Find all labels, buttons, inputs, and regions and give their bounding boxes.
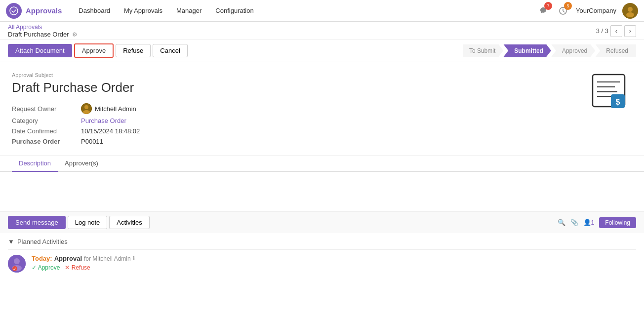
- app-logo: [6, 3, 22, 19]
- form-title: Draft Purchase Order: [12, 80, 632, 95]
- page-title: Draft Purchase Order: [8, 31, 69, 38]
- activity-refuse-btn[interactable]: ✕ Refuse: [65, 264, 90, 271]
- form-fields: Request Owner Mitchell Admin Ca: [12, 103, 632, 145]
- followers-count: 1: [591, 219, 595, 226]
- status-pipeline: To Submit Submitted Approved Refused: [463, 44, 636, 57]
- status-approved[interactable]: Approved: [551, 44, 595, 57]
- planned-activities-header: ▼ Planned Activities: [8, 233, 636, 250]
- status-to-submit[interactable]: To Submit: [463, 44, 503, 57]
- field-date-confirmed: Date Confirmed 10/15/2024 18:48:02: [12, 127, 632, 135]
- action-buttons: Attach Document Approve Refuse Cancel: [8, 43, 188, 58]
- svg-point-4: [626, 12, 634, 17]
- message-badge: 7: [544, 2, 552, 10]
- approve-btn[interactable]: Approve: [74, 43, 114, 58]
- activity-info-icon[interactable]: ℹ: [133, 255, 135, 262]
- date-confirmed-value: 10/15/2024 18:48:02: [81, 127, 140, 135]
- nav-dashboard[interactable]: Dashboard: [72, 0, 117, 22]
- svg-text:$: $: [616, 98, 620, 106]
- svg-point-16: [14, 258, 20, 264]
- app-name[interactable]: Approvals: [26, 6, 62, 15]
- planned-activities-label: Planned Activities: [17, 238, 68, 245]
- nav-menu: Dashboard My Approvals Manager Configura…: [72, 0, 536, 22]
- approval-subject-label: Approval Subject: [12, 72, 632, 78]
- tabs-bar: Description Approver(s): [0, 156, 644, 172]
- user-avatar[interactable]: [622, 3, 638, 19]
- message-notif-btn[interactable]: 7: [536, 4, 550, 18]
- activity-badge: 5: [564, 2, 572, 10]
- tab-content: [0, 172, 644, 211]
- chatter-buttons: Send message Log note Activities: [8, 216, 150, 229]
- category-label: Category: [12, 117, 81, 124]
- followers-icon: 👤1: [583, 219, 595, 226]
- chatter-right: 🔍 📎 👤1 Following: [558, 217, 636, 228]
- collapse-icon[interactable]: ▼: [8, 238, 14, 245]
- owner-avatar: [81, 103, 92, 114]
- nav-configuration[interactable]: Configuration: [208, 0, 260, 22]
- send-message-btn[interactable]: Send message: [8, 216, 66, 229]
- request-owner-value: Mitchell Admin: [95, 105, 136, 113]
- activity-approve-btn[interactable]: ✓ Approve: [32, 264, 60, 271]
- company-name: YourCompany: [576, 7, 616, 14]
- purchase-order-value: P00011: [81, 138, 103, 145]
- status-submitted[interactable]: Submitted: [503, 44, 551, 57]
- tab-description[interactable]: Description: [12, 156, 58, 172]
- nav-manager[interactable]: Manager: [169, 0, 208, 22]
- chatter-toolbar: Send message Log note Activities 🔍 📎 👤1 …: [0, 211, 644, 233]
- breadcrumb-left: All Approvals Draft Purchase Order ⚙: [8, 24, 78, 38]
- activity-item: ✓ Today: Approval for Mitchell Admin ℹ ✓…: [8, 250, 636, 277]
- attach-document-btn[interactable]: Attach Document: [8, 44, 72, 57]
- planned-activities-section: ▼ Planned Activities ✓ Today:: [0, 233, 644, 285]
- settings-icon[interactable]: ⚙: [72, 31, 78, 38]
- navbar: Approvals Dashboard My Approvals Manager…: [0, 0, 644, 22]
- category-value[interactable]: Purchase Order: [81, 117, 126, 124]
- log-note-btn[interactable]: Log note: [68, 216, 108, 229]
- next-record-btn[interactable]: ›: [624, 25, 636, 37]
- breadcrumb-title: Draft Purchase Order ⚙: [8, 31, 78, 38]
- activity-notif-btn[interactable]: 5: [556, 4, 570, 18]
- page-count: 3 / 3: [596, 27, 608, 35]
- activity-type: Approval: [54, 255, 82, 262]
- activity-content: Today: Approval for Mitchell Admin ℹ ✓ A…: [32, 255, 636, 271]
- navbar-right: 7 5 YourCompany: [536, 3, 638, 19]
- tab-approvers[interactable]: Approver(s): [58, 156, 105, 172]
- svg-point-0: [10, 7, 18, 15]
- breadcrumb-bar: All Approvals Draft Purchase Order ⚙ 3 /…: [0, 22, 644, 40]
- form-area: Approval Subject Draft Purchase Order $ …: [0, 62, 644, 156]
- activity-actions: ✓ Approve ✕ Refuse: [32, 264, 636, 271]
- prev-record-btn[interactable]: ‹: [610, 25, 622, 37]
- breadcrumb-parent[interactable]: All Approvals: [8, 24, 78, 31]
- activity-for: for Mitchell Admin: [84, 255, 131, 262]
- attachment-icon[interactable]: 📎: [570, 219, 578, 226]
- svg-text:✓: ✓: [13, 267, 17, 272]
- cancel-btn[interactable]: Cancel: [153, 44, 187, 57]
- category-icon-area: $: [590, 72, 632, 112]
- activities-btn[interactable]: Activities: [109, 216, 149, 229]
- svg-point-3: [628, 7, 633, 12]
- status-refused[interactable]: Refused: [595, 44, 636, 57]
- svg-point-14: [83, 110, 90, 114]
- field-category: Category Purchase Order: [12, 117, 632, 124]
- pagination: 3 / 3 ‹ ›: [596, 25, 636, 37]
- search-icon[interactable]: 🔍: [558, 219, 565, 226]
- activity-date: Today:: [32, 255, 52, 262]
- date-confirmed-label: Date Confirmed: [12, 127, 81, 135]
- request-owner-label: Request Owner: [12, 105, 81, 113]
- following-btn[interactable]: Following: [599, 217, 636, 228]
- refuse-btn[interactable]: Refuse: [116, 44, 151, 57]
- field-request-owner: Request Owner Mitchell Admin: [12, 103, 632, 114]
- activity-avatar: ✓: [8, 255, 26, 273]
- svg-point-13: [84, 105, 88, 109]
- field-purchase-order: Purchase Order P00011: [12, 138, 632, 145]
- nav-my-approvals[interactable]: My Approvals: [117, 0, 169, 22]
- content-wrapper: Attach Document Approve Refuse Cancel To…: [0, 40, 644, 316]
- purchase-order-label: Purchase Order: [12, 138, 81, 145]
- action-toolbar: Attach Document Approve Refuse Cancel To…: [0, 40, 644, 62]
